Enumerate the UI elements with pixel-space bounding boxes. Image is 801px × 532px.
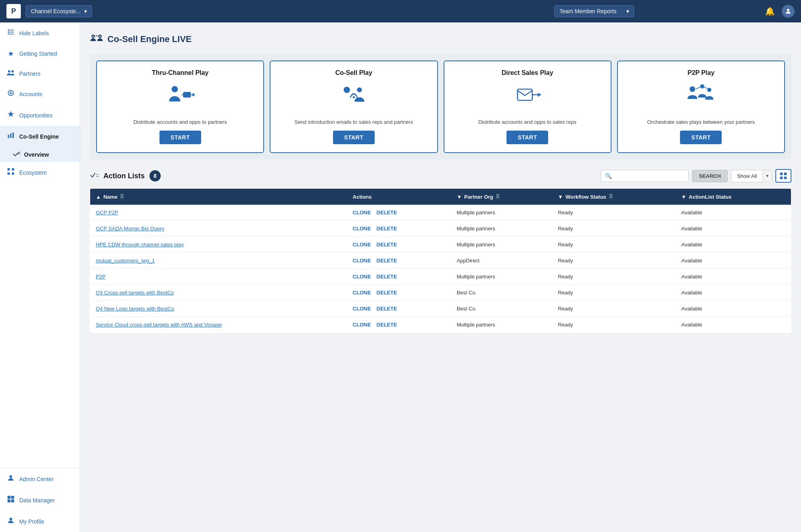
sidebar-item-accounts[interactable]: Accounts [0,83,80,105]
svg-point-5 [8,70,10,73]
sidebar-item-ecosystem-label: Ecosystem [19,169,46,176]
sidebar-item-co-sell-engine[interactable]: Co-Sell Engine [0,126,80,147]
svg-rect-13 [8,168,10,171]
sidebar-item-ecosystem[interactable]: Ecosystem [0,162,80,183]
thru-channel-start-button[interactable]: START [159,131,201,144]
clone-link[interactable]: CLONE [353,274,371,280]
row-name-link[interactable]: Q4 New Logo targets with BestCo [96,306,174,312]
table-cell-actionlist-status: Available [676,269,791,285]
col-name-drag-icon[interactable]: ⠿ [120,193,124,200]
svg-point-17 [10,475,12,478]
sidebar-item-co-sell-engine-label: Co-Sell Engine [19,133,59,140]
row-name-link[interactable]: P2P [96,274,106,280]
table-cell-actionlist-status: Available [676,317,791,333]
col-name[interactable]: ▲ Name ⠿ [90,189,347,205]
row-name-link[interactable]: mutual_customers_jwg_1 [96,258,155,264]
svg-rect-47 [784,177,787,179]
svg-rect-44 [780,173,783,175]
table-cell-name: GCP P2P [90,205,347,221]
sidebar-item-opportunities[interactable]: Opportunities [0,105,80,126]
table-cell-partner-org: Best Co. [451,301,553,317]
delete-link[interactable]: DELETE [377,258,397,264]
table-cell-workflow-status: Ready [552,285,676,301]
row-name-link[interactable]: GCP P2P [96,210,118,216]
app-logo[interactable]: P [6,4,21,18]
sidebar-item-overview-label: Overview [24,151,49,158]
sidebar-item-data-manager-label: Data Manager [19,497,55,504]
svg-rect-46 [780,177,783,179]
delete-link[interactable]: DELETE [377,210,397,216]
table-body: GCP P2P CLONE DELETE Multiple partners R… [90,205,791,333]
svg-marker-29 [191,93,194,97]
svg-point-31 [344,87,350,93]
table-row: GCP SADA Mongo Big Query CLONE DELETE Mu… [90,221,791,237]
co-sell-engine-icon [6,131,15,141]
show-all-arrow-icon[interactable]: ▾ [763,170,772,181]
sidebar-item-overview[interactable]: Overview [0,147,80,162]
row-name-link[interactable]: GCP SADA Mongo Big Query [96,226,164,232]
search-box[interactable]: 🔍 [601,170,689,182]
col-workflow-status-drag-icon[interactable]: ⠿ [609,193,613,200]
main-content: Co-Sell Engine LIVE Thru-Channel Play Di… [80,22,801,532]
sidebar-item-partners[interactable]: Partners [0,64,80,83]
svg-point-33 [353,96,355,98]
row-name-link[interactable]: Q3 Cross-sell targets with BestCo [96,290,174,296]
delete-link[interactable]: DELETE [377,242,397,248]
thru-channel-desc: Distribute accounts and opps to partners [133,119,227,125]
table-row: GCP P2P CLONE DELETE Multiple partners R… [90,205,791,221]
col-partner-org-drag-icon[interactable]: ⠿ [496,193,500,200]
svg-rect-10 [10,133,11,138]
row-name-link[interactable]: Service Cloud cross-sell targets with AW… [96,322,222,328]
search-button[interactable]: SEARCH [692,170,728,182]
col-workflow-status-label: Workflow Status [565,194,606,200]
clone-link[interactable]: CLONE [353,306,371,312]
delete-link[interactable]: DELETE [377,306,397,312]
accounts-icon [6,89,15,99]
clone-link[interactable]: CLONE [353,242,371,248]
play-card-co-sell: Co-Sell Play Send introduction emails to… [270,60,438,153]
channel-dropdown[interactable]: Channel Ecosyste... ▾ [26,5,92,17]
delete-link[interactable]: DELETE [377,290,397,296]
col-actionlist-status[interactable]: ▼ ActionList Status [676,189,791,205]
sidebar-item-getting-started[interactable]: ★ Getting Started [0,44,80,64]
sort-down-icon-workflow: ▼ [558,194,563,200]
table-cell-actionlist-status: Available [676,205,791,221]
clone-link[interactable]: CLONE [353,210,371,216]
sidebar-item-hide-labels[interactable]: Hide Labels [0,22,80,44]
clone-link[interactable]: CLONE [353,258,371,264]
table-cell-actionlist-status: Available [676,253,791,269]
table-cell-actionlist-status: Available [676,237,791,253]
sidebar-item-data-manager[interactable]: Data Manager [0,490,80,511]
direct-sales-start-button[interactable]: START [506,131,548,144]
co-sell-start-button[interactable]: START [333,131,375,144]
svg-rect-21 [11,500,14,503]
sidebar-item-admin-center[interactable]: Admin Center [0,468,80,490]
show-all-dropdown[interactable]: Show All ▾ [731,170,772,182]
col-workflow-status[interactable]: ▼ Workflow Status ⠿ [552,189,676,205]
sidebar-item-accounts-label: Accounts [19,91,42,97]
sidebar-item-partners-label: Partners [19,71,40,77]
clone-link[interactable]: CLONE [353,290,371,296]
sidebar: Hide Labels ★ Getting Started Partners A… [0,22,80,532]
delete-link[interactable]: DELETE [377,226,397,232]
table-cell-name: Q4 New Logo targets with BestCo [90,301,347,317]
svg-point-32 [357,87,362,92]
p2p-start-button[interactable]: START [680,131,722,144]
clone-link[interactable]: CLONE [353,226,371,232]
svg-rect-11 [12,133,14,138]
delete-link[interactable]: DELETE [377,322,397,328]
clone-link[interactable]: CLONE [353,322,371,328]
col-partner-org[interactable]: ▼ Partner Org ⠿ [451,189,553,205]
report-dropdown[interactable]: Team Member Reports ▾ [554,5,634,17]
delete-link[interactable]: DELETE [377,274,397,280]
notification-bell-icon[interactable]: 🔔 [763,5,776,18]
svg-rect-34 [518,89,533,101]
action-lists-title: Action Lists [103,172,145,180]
search-input[interactable] [614,173,684,179]
sort-down-icon-actionlist: ▼ [681,194,686,200]
table-cell-actions: CLONE DELETE [347,301,451,317]
user-avatar[interactable] [782,5,795,18]
grid-view-button[interactable] [775,169,791,183]
row-name-link[interactable]: HPE CDW through channel sales play [96,242,184,248]
sidebar-item-my-profile[interactable]: My Profile [0,511,80,532]
